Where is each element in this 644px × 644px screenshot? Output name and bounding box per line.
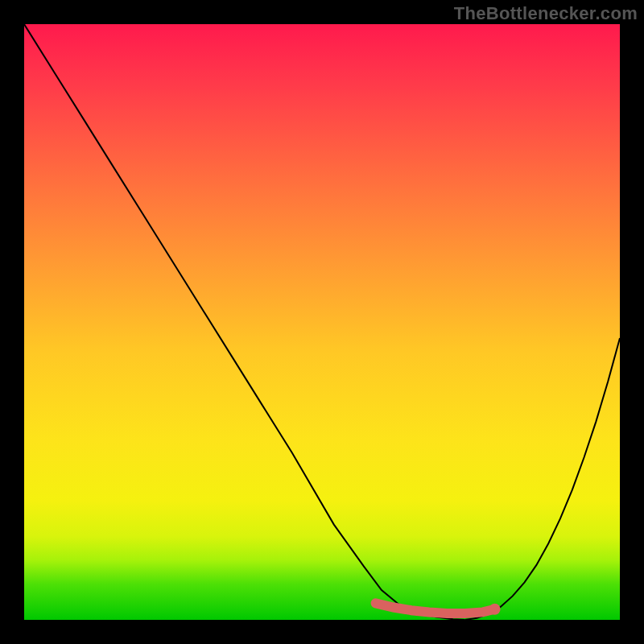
curve-layer	[24, 24, 620, 620]
optimal-zone-marker	[376, 603, 495, 613]
optimal-point-marker	[489, 604, 501, 615]
left-branch-curve	[24, 24, 465, 620]
attribution-text: TheBottlenecker.com	[454, 3, 638, 24]
chart-stage: TheBottlenecker.com	[0, 0, 644, 644]
plot-area	[24, 24, 620, 620]
right-branch-curve	[465, 338, 620, 620]
